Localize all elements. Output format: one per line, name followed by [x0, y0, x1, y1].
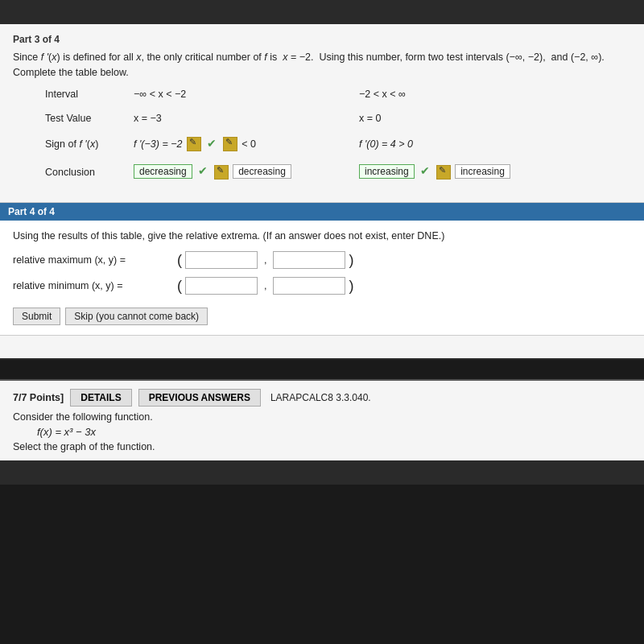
- submit-button[interactable]: Submit: [13, 308, 60, 325]
- bottom-bar: [0, 460, 644, 485]
- sign-col1: f '(−3) = −2 ✔ < 0: [134, 137, 359, 152]
- rel-max-row: relative maximum (x, y) = ( , ): [13, 251, 631, 269]
- close-paren-max: ): [349, 253, 353, 267]
- testvalue-label: Test Value: [45, 113, 134, 124]
- rel-min-y-input[interactable]: [273, 277, 345, 295]
- part4-section: Part 4 of 4 Using the results of this ta…: [0, 202, 644, 336]
- close-paren-min: ): [349, 279, 353, 293]
- part3-description: Since f '(x) is defined for all x, the o…: [13, 50, 631, 80]
- testvalue-col2: x = 0: [359, 113, 536, 124]
- open-paren-min: (: [177, 279, 182, 293]
- conclusion-row: Conclusion decreasing ✔ decreasing incre…: [45, 164, 631, 180]
- prev-answers-button[interactable]: PREVIOUS ANSWERS: [138, 389, 261, 407]
- check-icon-1: ✔: [207, 137, 217, 150]
- skip-button[interactable]: Skip (you cannot come back): [65, 308, 208, 325]
- rel-min-label: relative minimum (x, y) =: [13, 280, 174, 291]
- edit-icon-2: [223, 137, 237, 151]
- sign-col2: f '(0) = 4 > 0: [359, 138, 536, 150]
- points-row: 7/7 Points] DETAILS PREVIOUS ANSWERS LAR…: [13, 389, 631, 407]
- rel-min-row: relative minimum (x, y) = ( , ): [13, 277, 631, 295]
- consider-text: Consider the following function.: [13, 411, 631, 423]
- edit-icon-4: [436, 165, 451, 180]
- testvalue-col1: x = −3: [134, 113, 359, 124]
- conclusion-col1: decreasing ✔ decreasing: [134, 164, 359, 180]
- sign-row: Sign of f '(x) f '(−3) = −2 ✔ < 0 f '(0)…: [45, 137, 631, 152]
- bottom-section: 7/7 Points] DETAILS PREVIOUS ANSWERS LAR…: [0, 379, 644, 460]
- rel-min-x-input[interactable]: [185, 277, 258, 295]
- part4-instruction: Using the results of this table, give th…: [13, 230, 631, 242]
- select-text: Select the graph of the function.: [13, 441, 631, 452]
- points-label: 7/7 Points]: [13, 392, 64, 403]
- comma-max: ,: [264, 254, 266, 266]
- spacer: [0, 336, 644, 358]
- interval-label: Interval: [45, 89, 134, 100]
- check-icon-3: ✔: [420, 164, 430, 177]
- testvalue-row: Test Value x = −3 x = 0: [45, 113, 631, 124]
- open-paren-max: (: [177, 253, 182, 267]
- interval-col1: −∞ < x < −2: [134, 89, 359, 100]
- rel-max-label: relative maximum (x, y) =: [13, 254, 174, 266]
- conclusion-box-decreasing-2: decreasing: [233, 164, 291, 179]
- button-row: Submit Skip (you cannot come back): [13, 308, 631, 325]
- sign-label: Sign of f '(x): [45, 138, 134, 150]
- conclusion-label: Conclusion: [45, 167, 134, 178]
- conclusion-col2: increasing ✔ increasing: [359, 164, 536, 180]
- interval-row: Interval −∞ < x < −2 −2 < x < ∞: [45, 89, 631, 100]
- table-section: Interval −∞ < x < −2 −2 < x < ∞ Test Val…: [45, 89, 631, 180]
- part4-body: Using the results of this table, give th…: [0, 221, 644, 335]
- rel-max-x-input[interactable]: [185, 251, 258, 269]
- edit-icon-3: [214, 165, 229, 180]
- conclusion-box-decreasing-1: decreasing: [134, 164, 192, 179]
- top-bar: [0, 0, 644, 24]
- part4-header: Part 4 of 4: [0, 203, 644, 221]
- edit-icon-1: [187, 137, 201, 151]
- dark-divider: [0, 358, 644, 360]
- comma-min: ,: [264, 280, 266, 291]
- check-icon-2: ✔: [198, 164, 208, 177]
- larap-label: LARAPCALC8 3.3.040.: [270, 392, 371, 403]
- rel-max-y-input[interactable]: [273, 251, 345, 269]
- function-line: f(x) = x³ − 3x: [37, 426, 631, 438]
- conclusion-box-increasing-1: increasing: [359, 164, 415, 179]
- conclusion-box-increasing-2: increasing: [455, 164, 510, 179]
- interval-col2: −2 < x < ∞: [359, 89, 536, 100]
- part3-header: Part 3 of 4: [13, 34, 631, 45]
- main-content: Part 3 of 4 Since f '(x) is defined for …: [0, 24, 644, 202]
- details-button[interactable]: DETAILS: [70, 389, 131, 407]
